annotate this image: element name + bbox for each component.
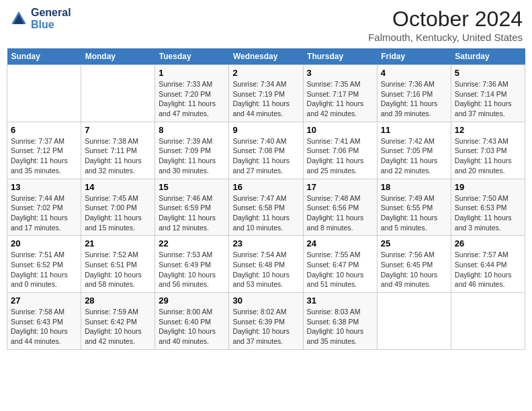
day-info: Sunrise: 7:52 AM Sunset: 6:51 PM Dayligh…	[85, 250, 151, 289]
calendar-cell: 4Sunrise: 7:36 AM Sunset: 7:16 PM Daylig…	[377, 65, 451, 122]
calendar-cell: 20Sunrise: 7:51 AM Sunset: 6:52 PM Dayli…	[7, 236, 81, 293]
page-header: General Blue October 2024 Falmouth, Kent…	[7, 7, 525, 43]
day-number: 6	[11, 125, 77, 135]
day-info: Sunrise: 7:54 AM Sunset: 6:48 PM Dayligh…	[232, 250, 299, 289]
logo: General Blue	[9, 7, 71, 31]
calendar-week-2: 6Sunrise: 7:37 AM Sunset: 7:12 PM Daylig…	[7, 122, 525, 179]
calendar-cell: 23Sunrise: 7:54 AM Sunset: 6:48 PM Dayli…	[229, 236, 303, 293]
day-number: 12	[455, 125, 521, 135]
calendar-cell: 29Sunrise: 8:00 AM Sunset: 6:40 PM Dayli…	[155, 293, 229, 350]
day-info: Sunrise: 8:02 AM Sunset: 6:39 PM Dayligh…	[232, 307, 299, 347]
weekday-header-monday: Monday	[81, 48, 155, 65]
day-number: 31	[307, 295, 373, 306]
day-info: Sunrise: 7:36 AM Sunset: 7:16 PM Dayligh…	[381, 79, 447, 119]
day-info: Sunrise: 7:38 AM Sunset: 7:11 PM Dayligh…	[85, 136, 151, 176]
calendar-cell: 11Sunrise: 7:42 AM Sunset: 7:05 PM Dayli…	[377, 122, 451, 179]
calendar-cell: 27Sunrise: 7:58 AM Sunset: 6:43 PM Dayli…	[7, 293, 81, 350]
calendar-week-4: 20Sunrise: 7:51 AM Sunset: 6:52 PM Dayli…	[7, 236, 525, 293]
calendar-table: SundayMondayTuesdayWednesdayThursdayFrid…	[7, 48, 525, 350]
calendar-cell: 7Sunrise: 7:38 AM Sunset: 7:11 PM Daylig…	[81, 122, 155, 179]
weekday-header-sunday: Sunday	[7, 48, 81, 65]
day-number: 28	[85, 295, 151, 306]
calendar-cell: 16Sunrise: 7:47 AM Sunset: 6:58 PM Dayli…	[229, 179, 303, 236]
day-info: Sunrise: 7:40 AM Sunset: 7:08 PM Dayligh…	[232, 136, 299, 176]
day-info: Sunrise: 7:36 AM Sunset: 7:14 PM Dayligh…	[455, 79, 521, 119]
day-info: Sunrise: 7:59 AM Sunset: 6:42 PM Dayligh…	[85, 307, 151, 347]
day-number: 17	[307, 182, 373, 192]
day-number: 14	[85, 182, 151, 192]
calendar-week-1: 1Sunrise: 7:33 AM Sunset: 7:20 PM Daylig…	[7, 65, 525, 122]
day-number: 30	[232, 295, 299, 306]
day-info: Sunrise: 7:53 AM Sunset: 6:49 PM Dayligh…	[159, 250, 225, 289]
day-number: 8	[159, 125, 225, 135]
calendar-week-3: 13Sunrise: 7:44 AM Sunset: 7:02 PM Dayli…	[7, 179, 525, 236]
day-info: Sunrise: 7:50 AM Sunset: 6:53 PM Dayligh…	[455, 193, 521, 233]
day-info: Sunrise: 7:42 AM Sunset: 7:05 PM Dayligh…	[381, 136, 447, 176]
title-block: October 2024 Falmouth, Kentucky, United …	[368, 7, 523, 43]
calendar-cell: 3Sunrise: 7:35 AM Sunset: 7:17 PM Daylig…	[303, 65, 377, 122]
day-number: 20	[11, 238, 77, 248]
day-info: Sunrise: 7:45 AM Sunset: 7:00 PM Dayligh…	[85, 193, 151, 233]
day-number: 4	[381, 68, 447, 78]
calendar-cell: 17Sunrise: 7:48 AM Sunset: 6:56 PM Dayli…	[303, 179, 377, 236]
calendar-header: SundayMondayTuesdayWednesdayThursdayFrid…	[7, 48, 525, 65]
day-number: 9	[232, 125, 299, 135]
calendar-cell: 5Sunrise: 7:36 AM Sunset: 7:14 PM Daylig…	[451, 65, 525, 122]
day-number: 11	[381, 125, 447, 135]
weekday-header-friday: Friday	[377, 48, 451, 65]
day-info: Sunrise: 7:41 AM Sunset: 7:06 PM Dayligh…	[307, 136, 373, 176]
day-info: Sunrise: 7:58 AM Sunset: 6:43 PM Dayligh…	[11, 307, 77, 347]
subtitle: Falmouth, Kentucky, United States	[368, 32, 523, 43]
calendar-cell: 18Sunrise: 7:49 AM Sunset: 6:55 PM Dayli…	[377, 179, 451, 236]
calendar-cell: 28Sunrise: 7:59 AM Sunset: 6:42 PM Dayli…	[81, 293, 155, 350]
weekday-header-wednesday: Wednesday	[229, 48, 303, 65]
day-info: Sunrise: 7:37 AM Sunset: 7:12 PM Dayligh…	[11, 136, 77, 176]
calendar-cell: 6Sunrise: 7:37 AM Sunset: 7:12 PM Daylig…	[7, 122, 81, 179]
day-info: Sunrise: 7:34 AM Sunset: 7:19 PM Dayligh…	[232, 79, 299, 119]
day-number: 25	[381, 238, 447, 248]
day-info: Sunrise: 7:48 AM Sunset: 6:56 PM Dayligh…	[307, 193, 373, 233]
calendar-cell: 10Sunrise: 7:41 AM Sunset: 7:06 PM Dayli…	[303, 122, 377, 179]
calendar-cell: 24Sunrise: 7:55 AM Sunset: 6:47 PM Dayli…	[303, 236, 377, 293]
day-info: Sunrise: 7:33 AM Sunset: 7:20 PM Dayligh…	[159, 79, 225, 119]
day-number: 29	[159, 295, 225, 306]
day-number: 21	[85, 238, 151, 248]
day-info: Sunrise: 7:43 AM Sunset: 7:03 PM Dayligh…	[455, 136, 521, 176]
day-number: 7	[85, 125, 151, 135]
day-info: Sunrise: 7:44 AM Sunset: 7:02 PM Dayligh…	[11, 193, 77, 233]
weekday-header-thursday: Thursday	[303, 48, 377, 65]
calendar-cell	[81, 65, 155, 122]
calendar-cell: 22Sunrise: 7:53 AM Sunset: 6:49 PM Dayli…	[155, 236, 229, 293]
day-number: 23	[232, 238, 299, 248]
day-info: Sunrise: 7:57 AM Sunset: 6:44 PM Dayligh…	[455, 250, 521, 289]
calendar-body: 1Sunrise: 7:33 AM Sunset: 7:20 PM Daylig…	[7, 65, 525, 350]
day-info: Sunrise: 8:00 AM Sunset: 6:40 PM Dayligh…	[159, 307, 225, 347]
calendar-cell: 9Sunrise: 7:40 AM Sunset: 7:08 PM Daylig…	[229, 122, 303, 179]
calendar-cell: 14Sunrise: 7:45 AM Sunset: 7:00 PM Dayli…	[81, 179, 155, 236]
calendar-cell: 31Sunrise: 8:03 AM Sunset: 6:38 PM Dayli…	[303, 293, 377, 350]
day-info: Sunrise: 7:47 AM Sunset: 6:58 PM Dayligh…	[232, 193, 299, 233]
day-number: 13	[11, 182, 77, 192]
day-number: 22	[159, 238, 225, 248]
calendar-cell	[377, 293, 451, 350]
day-info: Sunrise: 7:55 AM Sunset: 6:47 PM Dayligh…	[307, 250, 373, 289]
calendar-cell: 25Sunrise: 7:56 AM Sunset: 6:45 PM Dayli…	[377, 236, 451, 293]
weekday-row: SundayMondayTuesdayWednesdayThursdayFrid…	[7, 48, 525, 65]
day-number: 3	[307, 68, 373, 78]
day-number: 24	[307, 238, 373, 248]
day-number: 10	[307, 125, 373, 135]
day-number: 16	[232, 182, 299, 192]
calendar-cell	[7, 65, 81, 122]
logo-text: General Blue	[31, 7, 71, 31]
calendar-cell: 1Sunrise: 7:33 AM Sunset: 7:20 PM Daylig…	[155, 65, 229, 122]
calendar-cell: 26Sunrise: 7:57 AM Sunset: 6:44 PM Dayli…	[451, 236, 525, 293]
day-info: Sunrise: 7:56 AM Sunset: 6:45 PM Dayligh…	[381, 250, 447, 289]
day-info: Sunrise: 7:51 AM Sunset: 6:52 PM Dayligh…	[11, 250, 77, 289]
calendar-cell: 2Sunrise: 7:34 AM Sunset: 7:19 PM Daylig…	[229, 65, 303, 122]
calendar-cell: 8Sunrise: 7:39 AM Sunset: 7:09 PM Daylig…	[155, 122, 229, 179]
day-number: 27	[11, 295, 77, 306]
main-title: October 2024	[368, 7, 523, 32]
day-info: Sunrise: 7:35 AM Sunset: 7:17 PM Dayligh…	[307, 79, 373, 119]
weekday-header-saturday: Saturday	[451, 48, 525, 65]
day-number: 1	[159, 68, 225, 78]
